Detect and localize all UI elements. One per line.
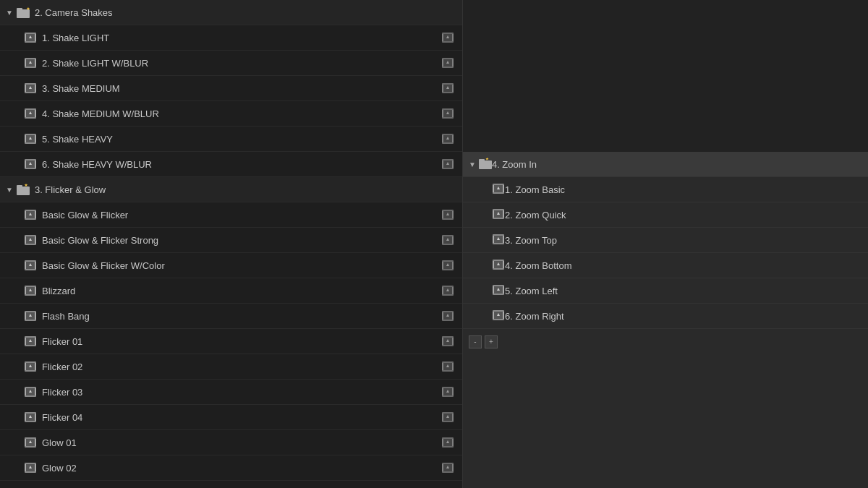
svg-rect-78 bbox=[25, 236, 26, 244]
svg-rect-15 bbox=[25, 59, 26, 67]
apply-icon[interactable] bbox=[439, 459, 456, 476]
list-item-zoom-right[interactable]: 6. Zoom Right bbox=[463, 304, 868, 329]
svg-rect-60 bbox=[442, 160, 443, 168]
svg-rect-114 bbox=[452, 312, 454, 320]
item-label: 3. Shake MEDIUM bbox=[42, 83, 439, 94]
list-item[interactable]: Blizzard bbox=[0, 278, 462, 304]
apply-icon[interactable] bbox=[439, 282, 456, 299]
svg-rect-139 bbox=[35, 388, 36, 395]
apply-icon[interactable] bbox=[439, 307, 456, 325]
plus-button[interactable]: + bbox=[485, 335, 498, 348]
svg-rect-133 bbox=[442, 363, 443, 370]
folder-zoom-in[interactable]: ▼ 4. Zoom In bbox=[463, 152, 868, 177]
list-item[interactable]: 1. Zoom Basic bbox=[463, 177, 868, 202]
preset-icon bbox=[23, 81, 38, 95]
apply-icon[interactable] bbox=[439, 257, 456, 274]
apply-icon[interactable] bbox=[439, 80, 456, 97]
list-item[interactable]: Glow 01 bbox=[0, 430, 462, 455]
svg-rect-93 bbox=[442, 262, 443, 269]
apply-icon[interactable] bbox=[439, 434, 456, 451]
preset-icon bbox=[23, 359, 38, 374]
apply-icon[interactable] bbox=[439, 206, 456, 223]
svg-rect-206 bbox=[493, 261, 494, 268]
apply-icon[interactable] bbox=[439, 130, 456, 147]
item-label: 2. Zoom Quick bbox=[505, 210, 566, 221]
minus-button[interactable]: - bbox=[469, 335, 482, 348]
preset-icon bbox=[23, 283, 38, 298]
svg-rect-158 bbox=[25, 439, 26, 446]
apply-icon[interactable] bbox=[439, 155, 456, 173]
folder-flicker-glow-label: 3. Flicker & Glow bbox=[35, 184, 456, 195]
preset-icon bbox=[23, 233, 38, 247]
list-item[interactable]: Flash Bang bbox=[0, 304, 462, 329]
svg-rect-55 bbox=[25, 160, 26, 168]
zoom-right-label: 6. Zoom Right bbox=[505, 311, 564, 322]
apply-icon[interactable] bbox=[439, 408, 456, 426]
svg-rect-149 bbox=[35, 414, 36, 421]
apply-icon[interactable] bbox=[439, 358, 456, 375]
svg-rect-16 bbox=[35, 59, 36, 67]
list-item[interactable]: Basic Glow & Flicker Strong bbox=[0, 228, 462, 253]
list-item[interactable]: 2. Shake LIGHT W/BLUR bbox=[0, 51, 462, 76]
apply-icon[interactable] bbox=[439, 333, 456, 350]
list-item[interactable]: Glow 03 W/... bbox=[0, 481, 462, 488]
list-item[interactable]: 3. Shake MEDIUM bbox=[0, 76, 462, 101]
item-label: Flicker 01 bbox=[42, 336, 439, 347]
svg-rect-168 bbox=[25, 464, 26, 471]
item-label: Flash Bang bbox=[42, 311, 439, 322]
preset-icon bbox=[23, 435, 38, 450]
apply-icon[interactable] bbox=[439, 29, 456, 46]
folder-star-icon bbox=[16, 182, 30, 197]
folder-flicker-glow[interactable]: ▼ 3. Flicker & Glow bbox=[0, 177, 462, 202]
svg-rect-94 bbox=[452, 262, 454, 269]
svg-rect-108 bbox=[25, 312, 26, 320]
apply-icon[interactable] bbox=[439, 105, 456, 122]
svg-rect-45 bbox=[25, 135, 26, 142]
list-item[interactable]: 4. Zoom Bottom bbox=[463, 253, 868, 278]
list-item[interactable]: 3. Zoom Top bbox=[463, 228, 868, 253]
list-item[interactable]: Flicker 02 bbox=[0, 354, 462, 380]
list-item[interactable]: Flicker 03 bbox=[0, 380, 462, 405]
item-label: 1. Shake LIGHT bbox=[42, 33, 439, 43]
svg-rect-20 bbox=[442, 59, 443, 67]
list-item[interactable]: 6. Shake HEAVY W/BLUR bbox=[0, 152, 462, 177]
svg-rect-21 bbox=[452, 59, 454, 67]
item-label: 4. Zoom Bottom bbox=[505, 260, 571, 271]
list-item[interactable]: Basic Glow & Flicker bbox=[0, 202, 462, 228]
list-item[interactable]: Basic Glow & Flicker W/Color bbox=[0, 253, 462, 278]
preset-icon bbox=[492, 309, 505, 323]
svg-rect-202 bbox=[503, 236, 504, 243]
folder-star-icon bbox=[479, 158, 492, 171]
svg-rect-89 bbox=[35, 262, 36, 269]
svg-rect-113 bbox=[442, 312, 443, 320]
svg-marker-188 bbox=[485, 158, 488, 160]
list-item[interactable]: Flicker 04 bbox=[0, 405, 462, 430]
apply-icon[interactable] bbox=[439, 383, 456, 401]
svg-rect-159 bbox=[35, 439, 36, 446]
item-label: Flicker 04 bbox=[42, 412, 439, 423]
list-item[interactable]: 4. Shake MEDIUM W/BLUR bbox=[0, 101, 462, 127]
svg-rect-129 bbox=[35, 363, 36, 370]
apply-icon[interactable] bbox=[439, 54, 456, 72]
apply-icon[interactable] bbox=[439, 484, 456, 488]
svg-rect-103 bbox=[442, 287, 443, 294]
item-label: Flicker 03 bbox=[42, 387, 439, 398]
folder-zoom-in-label: 4. Zoom In bbox=[492, 159, 537, 170]
list-item[interactable]: Flicker 01 bbox=[0, 329, 462, 354]
apply-icon[interactable] bbox=[439, 231, 456, 249]
item-label: 4. Shake MEDIUM W/BLUR bbox=[42, 108, 439, 119]
svg-rect-123 bbox=[442, 338, 443, 345]
list-item[interactable]: Glow 02 bbox=[0, 455, 462, 481]
preset-icon bbox=[492, 284, 505, 298]
list-item[interactable]: 5. Zoom Left bbox=[463, 278, 868, 304]
folder-camera-shakes[interactable]: ▼ 2. Camera Shakes bbox=[0, 0, 462, 25]
list-item[interactable]: 1. Shake LIGHT bbox=[0, 25, 462, 51]
svg-rect-64 bbox=[17, 185, 22, 188]
svg-rect-50 bbox=[442, 135, 443, 142]
svg-rect-73 bbox=[442, 211, 443, 218]
list-item[interactable]: 5. Shake HEAVY bbox=[0, 127, 462, 152]
svg-rect-144 bbox=[452, 388, 454, 395]
preset-icon bbox=[23, 385, 38, 399]
svg-rect-10 bbox=[442, 34, 443, 41]
list-item[interactable]: 2. Zoom Quick bbox=[463, 202, 868, 228]
